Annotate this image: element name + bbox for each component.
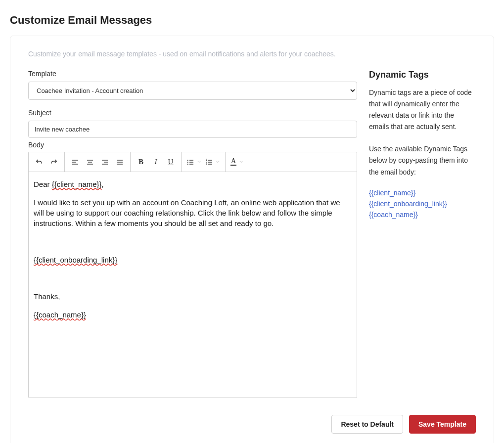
align-justify-icon (116, 158, 124, 166)
editor-body[interactable]: Dear {{client_name}}, I would like to se… (29, 172, 357, 398)
rich-text-editor: B I U 123 (28, 152, 357, 398)
chevron-down-icon (197, 160, 201, 164)
sidebar-title: Dynamic Tags (369, 70, 476, 80)
body-label: Body (28, 141, 357, 149)
footer-actions: Reset to Default Save Template (28, 415, 476, 434)
underline-button[interactable]: U (163, 155, 178, 170)
body-greeting-suffix: , (102, 180, 104, 188)
svg-point-14 (187, 164, 188, 165)
align-center-icon (86, 158, 94, 166)
subject-input[interactable] (28, 121, 357, 138)
redo-icon (50, 158, 58, 166)
align-justify-button[interactable] (112, 155, 127, 170)
body-paragraph-1: I would like to set you up with an accou… (34, 197, 352, 228)
undo-icon (35, 158, 43, 166)
align-right-icon (101, 158, 109, 166)
reset-button[interactable]: Reset to Default (331, 415, 403, 434)
redo-button[interactable] (46, 155, 61, 170)
settings-card: Customize your email message templates -… (10, 36, 494, 443)
align-left-icon (71, 158, 79, 166)
sidebar-desc-1: Dynamic tags are a piece of code that wi… (369, 87, 476, 133)
page-title: Customize Email Messages (10, 14, 494, 27)
italic-button[interactable]: I (148, 155, 163, 170)
dynamic-tag-onboarding-link[interactable]: {{client_onboarding_link}} (369, 200, 476, 208)
template-select[interactable]: Coachee Invitation - Account creation (28, 82, 357, 100)
bullet-list-button[interactable] (184, 155, 203, 170)
body-onboarding-tag: {{client_onboarding_link}} (34, 256, 117, 264)
body-greeting-tag: {{client_name}} (52, 180, 102, 188)
editor-toolbar: B I U 123 (29, 152, 357, 172)
svg-point-12 (187, 160, 188, 161)
bold-button[interactable]: B (134, 155, 148, 170)
align-center-button[interactable] (83, 155, 97, 170)
svg-text:3: 3 (206, 163, 207, 165)
intro-text: Customize your email message templates -… (28, 50, 476, 58)
template-label: Template (28, 70, 357, 78)
text-color-button[interactable]: A (229, 155, 245, 170)
sidebar-desc-2: Use the available Dynamic Tags below by … (369, 143, 476, 177)
sidebar: Dynamic Tags Dynamic tags are a piece of… (369, 70, 476, 398)
body-coach-tag: {{coach_name}} (34, 310, 86, 319)
main-column: Template Coachee Invitation - Account cr… (28, 70, 357, 398)
subject-label: Subject (28, 109, 357, 117)
chevron-down-icon (216, 160, 220, 164)
dynamic-tag-client-name[interactable]: {{client_name}} (369, 189, 476, 197)
undo-button[interactable] (32, 155, 46, 170)
bullet-list-icon (186, 158, 194, 166)
numbered-list-icon: 123 (205, 158, 213, 166)
text-color-icon: A (230, 158, 236, 166)
body-thanks: Thanks, (34, 291, 352, 302)
dynamic-tag-coach-name[interactable]: {{coach_name}} (369, 211, 476, 219)
svg-point-13 (187, 162, 188, 163)
body-greeting-prefix: Dear (34, 180, 52, 188)
numbered-list-button[interactable]: 123 (203, 155, 222, 170)
align-left-button[interactable] (68, 155, 83, 170)
chevron-down-icon (239, 160, 243, 164)
align-right-button[interactable] (97, 155, 112, 170)
save-button[interactable]: Save Template (409, 415, 476, 434)
